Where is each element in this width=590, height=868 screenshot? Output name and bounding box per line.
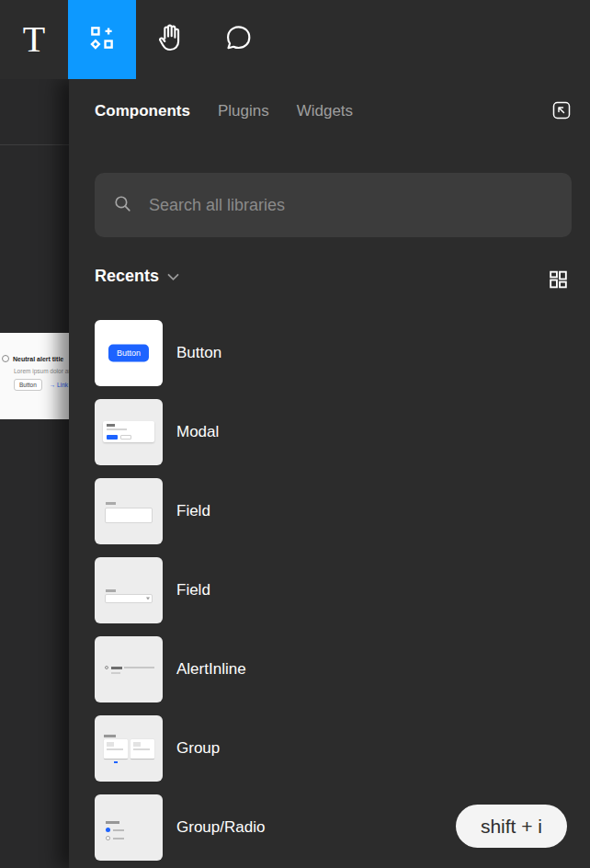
alert-body-text: Lorem ipsum dolor amet conse xyxy=(14,368,69,374)
toolbar: T xyxy=(0,0,590,79)
hand-tool-button[interactable] xyxy=(136,0,204,79)
canvas-frame-divider xyxy=(0,144,69,145)
item-label: Field xyxy=(176,581,210,600)
tab-widgets[interactable]: Widgets xyxy=(297,102,353,120)
thumb-modal-preview xyxy=(95,399,163,465)
search-bar[interactable] xyxy=(95,173,572,237)
list-item-field-2[interactable]: Field xyxy=(95,557,572,623)
item-label: AlertInline xyxy=(176,660,246,679)
text-tool-icon: T xyxy=(23,21,45,58)
thumb-button-label: Button xyxy=(108,345,149,362)
search-input[interactable] xyxy=(149,196,555,215)
grid-view-button[interactable] xyxy=(547,268,570,291)
alert-link: → Link text xyxy=(50,382,69,388)
thumb-field-select-preview xyxy=(95,557,163,623)
list-item-group[interactable]: Group xyxy=(95,715,572,782)
thumb-radio-preview xyxy=(95,794,163,861)
alert-button: Button xyxy=(14,379,42,391)
tab-components[interactable]: Components xyxy=(95,102,190,120)
recents-title: Recents xyxy=(95,267,159,286)
list-item-alertinline[interactable]: AlertInline xyxy=(95,636,572,702)
item-label: Modal xyxy=(176,423,219,441)
alert-title: Neutral alert title xyxy=(13,356,63,362)
panel-tabs: Components Plugins Widgets xyxy=(95,102,353,120)
canvas[interactable]: Neutral alert title Lorem ipsum dolor am… xyxy=(0,79,69,868)
comment-tool-button[interactable] xyxy=(204,0,272,79)
item-label: Field xyxy=(176,502,210,520)
thumb-group-preview xyxy=(95,715,163,782)
item-label: Button xyxy=(176,344,221,362)
grid-icon xyxy=(547,268,570,291)
text-tool-button[interactable]: T xyxy=(0,0,68,79)
assets-panel: Components Plugins Widgets Recents xyxy=(69,79,590,868)
item-label: Group xyxy=(176,739,220,758)
open-panel-button[interactable] xyxy=(550,99,573,121)
tab-plugins[interactable]: Plugins xyxy=(218,102,269,120)
list-item-field[interactable]: Field xyxy=(95,478,572,544)
arrow-out-icon xyxy=(550,99,573,121)
list-item-button[interactable]: Button Button xyxy=(95,320,572,386)
assets-icon xyxy=(86,22,118,57)
shortcut-hint-badge: shift + i xyxy=(456,805,567,848)
list-item-modal[interactable]: Modal xyxy=(95,399,572,465)
assets-tool-button[interactable] xyxy=(68,0,136,79)
components-list: Button Button Modal Field Field xyxy=(95,320,572,868)
comment-icon xyxy=(222,22,254,57)
thumb-button-preview: Button xyxy=(95,320,163,386)
search-icon xyxy=(111,192,134,219)
chevron-down-icon xyxy=(167,268,179,285)
alert-info-icon xyxy=(2,355,9,362)
canvas-alert-card: Neutral alert title Lorem ipsum dolor am… xyxy=(0,333,69,419)
hand-icon xyxy=(154,22,186,57)
recents-dropdown[interactable]: Recents xyxy=(95,267,179,286)
thumb-alert-preview xyxy=(95,636,163,702)
item-label: Group/Radio xyxy=(176,818,265,837)
thumb-field-preview xyxy=(95,478,163,544)
